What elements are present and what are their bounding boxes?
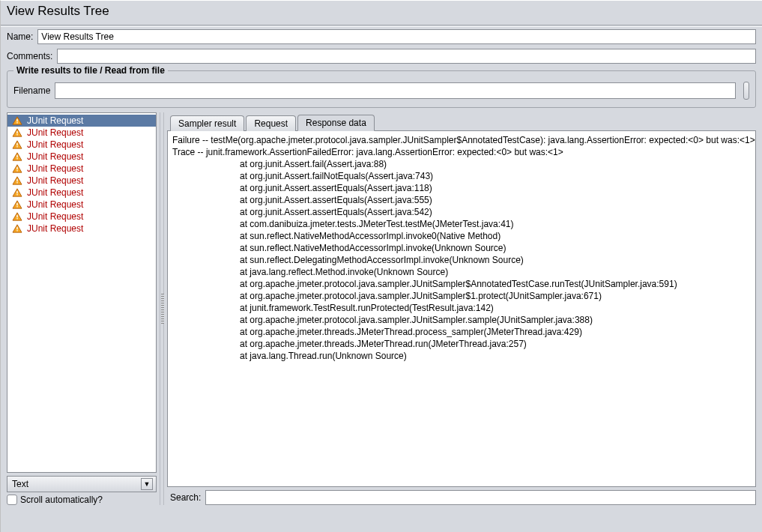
renderer-value: Text	[12, 479, 28, 489]
tree-item[interactable]: JUnit Request	[7, 139, 156, 151]
svg-rect-2	[16, 122, 17, 123]
svg-rect-8	[16, 146, 17, 147]
tree-item-label: JUnit Request	[27, 115, 83, 126]
stack-trace-line: at org.apache.jmeter.threads.JMeterThrea…	[172, 326, 751, 338]
svg-rect-17	[16, 182, 17, 183]
stack-trace-line: at org.apache.jmeter.protocol.java.sampl…	[172, 278, 751, 290]
svg-rect-4	[16, 131, 17, 133]
tree-item-label: JUnit Request	[27, 199, 83, 210]
svg-rect-23	[16, 206, 17, 207]
scroll-auto-label: Scroll automatically?	[20, 495, 103, 505]
warning-icon	[12, 116, 22, 125]
warning-icon	[12, 200, 22, 209]
file-section-legend: Write results to file / Read from file	[13, 65, 168, 76]
scroll-auto-row[interactable]: Scroll automatically?	[7, 495, 157, 505]
scroll-auto-checkbox[interactable]	[7, 495, 17, 505]
stack-trace-line: at junit.framework.TestResult.runProtect…	[172, 302, 751, 314]
browse-button[interactable]	[743, 82, 749, 100]
warning-icon	[12, 212, 22, 221]
tab-sampler-result[interactable]: Sampler result	[170, 115, 244, 131]
renderer-combo[interactable]: Text ▼	[7, 476, 157, 492]
result-tabs: Sampler resultRequestResponse data	[167, 112, 756, 130]
stack-trace-line: at sun.reflect.DelegatingMethodAccessorI…	[172, 254, 751, 266]
warning-icon	[12, 224, 22, 233]
stack-trace-line: at org.junit.Assert.fail(Assert.java:88)	[172, 158, 751, 170]
search-label: Search:	[170, 492, 201, 503]
warning-icon	[12, 152, 22, 161]
response-data-body[interactable]: Failure -- testMe(org.apache.jmeter.prot…	[167, 130, 756, 487]
chevron-down-icon: ▼	[141, 478, 153, 490]
file-section: Write results to file / Read from file F…	[7, 70, 756, 108]
svg-rect-19	[16, 191, 17, 193]
svg-rect-22	[16, 203, 17, 205]
name-row: Name:	[1, 27, 762, 46]
stack-trace-line: at org.junit.Assert.assertEquals(Assert.…	[172, 182, 751, 194]
tree-item-label: JUnit Request	[27, 187, 83, 198]
stack-trace-line: at org.apache.jmeter.protocol.java.sampl…	[172, 290, 751, 302]
response-line: Trace -- junit.framework.AssertionFailed…	[172, 146, 751, 158]
tree-item-label: JUnit Request	[27, 223, 83, 234]
tree-item[interactable]: JUnit Request	[7, 175, 156, 187]
svg-rect-10	[16, 155, 17, 157]
tree-item-label: JUnit Request	[27, 151, 83, 162]
comments-label: Comments:	[7, 51, 52, 61]
splitter[interactable]	[160, 112, 164, 505]
svg-rect-28	[16, 227, 17, 229]
stack-trace-line: at org.apache.jmeter.threads.JMeterThrea…	[172, 338, 751, 350]
stack-trace-line: at org.junit.Assert.assertEquals(Assert.…	[172, 194, 751, 206]
tree-item[interactable]: JUnit Request	[7, 115, 156, 127]
view-results-tree-panel: View Results Tree Name: Comments: Write …	[0, 0, 762, 532]
svg-rect-7	[16, 143, 17, 145]
warning-icon	[12, 164, 22, 173]
response-line: Failure -- testMe(org.apache.jmeter.prot…	[172, 134, 751, 146]
warning-icon	[12, 176, 22, 185]
tree-item-label: JUnit Request	[27, 175, 83, 186]
name-input[interactable]	[37, 29, 756, 44]
stack-trace-line: at org.apache.jmeter.protocol.java.sampl…	[172, 314, 751, 326]
tree-item[interactable]: JUnit Request	[7, 127, 156, 139]
warning-icon	[12, 188, 22, 197]
stack-trace-line: at org.junit.Assert.failNotEquals(Assert…	[172, 170, 751, 182]
svg-rect-14	[16, 170, 17, 171]
svg-rect-26	[16, 218, 17, 219]
tree-item[interactable]: JUnit Request	[7, 223, 156, 235]
tree-item-label: JUnit Request	[27, 139, 83, 150]
search-input[interactable]	[205, 490, 756, 505]
filename-label: Filename	[13, 85, 50, 96]
svg-rect-25	[16, 215, 17, 217]
tab-response-data[interactable]: Response data	[297, 115, 375, 131]
results-tree[interactable]: JUnit RequestJUnit RequestJUnit RequestJ…	[7, 112, 157, 473]
svg-rect-20	[16, 194, 17, 195]
svg-rect-5	[16, 134, 17, 135]
tab-request[interactable]: Request	[246, 115, 296, 131]
svg-rect-11	[16, 158, 17, 159]
name-label: Name:	[7, 31, 33, 42]
svg-rect-1	[16, 119, 17, 121]
tree-item-label: JUnit Request	[27, 163, 83, 174]
tree-item[interactable]: JUnit Request	[7, 211, 156, 223]
svg-rect-13	[16, 167, 17, 169]
warning-icon	[12, 140, 22, 149]
stack-trace-line: at com.danibuiza.jmeter.tests.JMeterTest…	[172, 218, 751, 230]
comments-input[interactable]	[57, 49, 756, 64]
tree-item[interactable]: JUnit Request	[7, 187, 156, 199]
tree-item[interactable]: JUnit Request	[7, 151, 156, 163]
stack-trace-line: at java.lang.reflect.Method.invoke(Unkno…	[172, 266, 751, 278]
stack-trace-line: at sun.reflect.NativeMethodAccessorImpl.…	[172, 242, 751, 254]
comments-row: Comments:	[1, 46, 762, 66]
tree-item[interactable]: JUnit Request	[7, 163, 156, 175]
svg-rect-29	[16, 230, 17, 231]
tree-item-label: JUnit Request	[27, 211, 83, 222]
stack-trace-line: at org.junit.Assert.assertEquals(Assert.…	[172, 206, 751, 218]
svg-rect-16	[16, 179, 17, 181]
filename-input[interactable]	[55, 82, 736, 99]
warning-icon	[12, 128, 22, 137]
tree-item[interactable]: JUnit Request	[7, 199, 156, 211]
stack-trace-line: at java.lang.Thread.run(Unknown Source)	[172, 350, 751, 362]
tree-item-label: JUnit Request	[27, 127, 83, 138]
stack-trace-line: at sun.reflect.NativeMethodAccessorImpl.…	[172, 230, 751, 242]
panel-title: View Results Tree	[1, 1, 762, 25]
